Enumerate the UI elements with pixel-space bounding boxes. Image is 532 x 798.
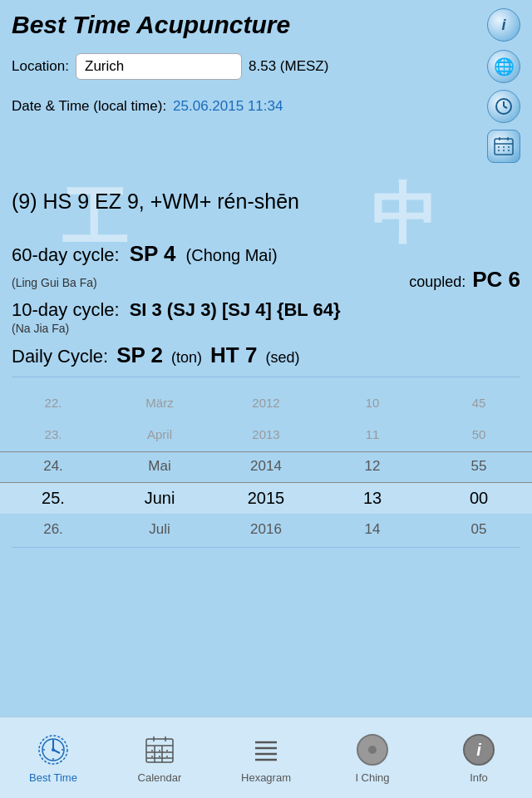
picker-item[interactable]: 2015 — [213, 482, 319, 514]
info-icon-top: i — [501, 17, 505, 34]
hexagram-icon-wrap — [248, 732, 284, 768]
location-label: Location: — [12, 58, 69, 75]
picker-item[interactable]: 2014 — [213, 451, 319, 482]
picker-item[interactable]: 15 — [319, 545, 426, 547]
picker-item[interactable]: 23. — [0, 419, 106, 451]
info-tab-icon: i — [463, 734, 495, 766]
svg-point-17 — [52, 748, 55, 751]
tab-info-label: Info — [470, 771, 488, 784]
picker-item[interactable]: 25. — [0, 482, 106, 514]
location-input[interactable] — [76, 53, 242, 80]
picker-col-minute[interactable]: 45505500051015 — [426, 387, 532, 547]
datetime-value: 25.06.2015 11:34 — [173, 98, 283, 115]
tab-best-time[interactable]: Best Time — [0, 717, 106, 798]
cycle-10-section: 10-day cycle: SI 3 (SJ 3) [SJ 4] {BL 64}… — [12, 299, 520, 336]
tab-info[interactable]: i Info — [426, 717, 532, 798]
cycle-10-row: 10-day cycle: SI 3 (SJ 3) [SJ 4] {BL 64} — [12, 299, 520, 321]
calendar-icon — [493, 135, 515, 157]
picker-divider-bottom — [12, 547, 520, 548]
picker-item[interactable]: Juni — [106, 482, 213, 514]
calendar-tab-icon — [144, 734, 175, 766]
calendar-button-row — [0, 126, 532, 166]
info-button-top[interactable]: i — [487, 8, 520, 42]
daily-point-1: SP 2 — [116, 342, 163, 368]
app-title: Best Time Acupuncture — [12, 11, 290, 39]
cycle-label-main: (9) HS 9 EZ 9, +WM+ rén-shēn — [12, 190, 299, 214]
picker-divider-top — [12, 377, 520, 377]
picker-item[interactable]: 2017 — [213, 545, 319, 547]
picker-item[interactable]: Mai — [106, 451, 213, 482]
clock-button[interactable] — [487, 90, 520, 123]
clock-icon — [494, 96, 514, 116]
cycle-10-points: SI 3 (SJ 3) [SJ 4] {BL 64} — [130, 299, 341, 321]
picker-item[interactable]: 26. — [0, 514, 106, 545]
picker-col-hour[interactable]: 10111213141516 — [319, 387, 426, 547]
i-ching-icon-wrap — [354, 732, 391, 768]
picker-col-month[interactable]: MärzAprilMaiJuniJuliAugustSeptember — [106, 387, 213, 547]
cycle-daily-row: Daily Cycle: SP 2 (ton) HT 7 (sed) — [12, 342, 520, 368]
picker-col-day[interactable]: 22.23.24.25.26.27.28. — [0, 387, 106, 547]
cycle-10-sub: (Na Jia Fa) — [12, 322, 69, 335]
info-icon-wrap: i — [461, 732, 497, 768]
picker-item[interactable]: 10 — [426, 545, 532, 547]
chinese-char-right: 中 — [371, 170, 437, 260]
picker-item[interactable]: 55 — [426, 451, 532, 482]
cycle-daily-section: Daily Cycle: SP 2 (ton) HT 7 (sed) — [12, 342, 520, 368]
best-time-icon — [37, 733, 70, 766]
picker-item[interactable]: 12 — [319, 451, 426, 482]
picker-col-year[interactable]: 2012201320142015201620172018 — [213, 387, 319, 547]
picker-item[interactable]: 2013 — [213, 419, 319, 451]
daily-qual-1: (ton) — [171, 349, 202, 367]
calendar-icon-wrap — [141, 732, 178, 768]
globe-button[interactable]: 🌐 — [487, 50, 520, 83]
picker-item[interactable]: 24. — [0, 451, 106, 482]
tab-bar: Best Time — [0, 717, 532, 798]
chinese-area: 工 中 (9) HS 9 EZ 9, +WM+ rén-shēn — [12, 166, 520, 249]
svg-line-2 — [504, 106, 507, 108]
picker-item[interactable]: 14 — [319, 514, 426, 545]
datetime-label: Date & Time (local time): — [12, 98, 166, 115]
tab-hexagram[interactable]: Hexagram — [213, 717, 319, 798]
picker-item[interactable]: 2016 — [213, 514, 319, 545]
coupled-label: coupled: — [409, 273, 466, 291]
tab-i-ching[interactable]: I Ching — [319, 717, 426, 798]
picker-columns: 22.23.24.25.26.27.28.MärzAprilMaiJuniJul… — [0, 387, 532, 547]
tab-i-ching-label: I Ching — [355, 771, 389, 784]
daily-qual-2: (sed) — [265, 349, 299, 367]
picker-item[interactable]: Juli — [106, 514, 213, 545]
hexagram-tab-icon — [250, 734, 282, 766]
picker-item[interactable]: 10 — [319, 387, 426, 419]
calendar-button[interactable] — [487, 130, 520, 163]
daily-point-2: HT 7 — [210, 342, 257, 368]
date-row: Date & Time (local time): 25.06.2015 11:… — [0, 86, 532, 126]
header: Best Time Acupuncture i — [0, 0, 532, 47]
picker-item[interactable]: 50 — [426, 419, 532, 451]
picker-item[interactable]: 45 — [426, 387, 532, 419]
coupled-point: PC 6 — [472, 267, 520, 293]
picker-item[interactable]: 00 — [426, 482, 532, 514]
picker-item[interactable]: 2012 — [213, 387, 319, 419]
cycle-10-title: 10-day cycle: — [12, 299, 120, 321]
picker-item[interactable]: April — [106, 419, 213, 451]
picker-item[interactable]: 22. — [0, 387, 106, 419]
picker-area[interactable]: 22.23.24.25.26.27.28.MärzAprilMaiJuniJul… — [0, 387, 532, 547]
picker-item[interactable]: August — [106, 545, 213, 547]
picker-item[interactable]: 05 — [426, 514, 532, 545]
tab-best-time-label: Best Time — [29, 771, 77, 784]
location-row: Location: 8.53 (MESZ) 🌐 — [0, 47, 532, 86]
coupled-row: coupled: PC 6 — [409, 267, 520, 293]
tab-hexagram-label: Hexagram — [241, 771, 291, 784]
picker-item[interactable]: 13 — [319, 482, 426, 514]
cycle-daily-title: Daily Cycle: — [12, 346, 108, 367]
tab-calendar[interactable]: Calendar — [106, 717, 213, 798]
timezone-text: 8.53 (MESZ) — [249, 58, 480, 75]
picker-item[interactable]: 11 — [319, 419, 426, 451]
globe-icon: 🌐 — [494, 57, 515, 76]
chinese-char-left: 工 — [62, 175, 128, 264]
picker-item[interactable]: 27. — [0, 545, 106, 547]
cycle-60-sub: (Ling Gui Ba Fa) — [12, 276, 97, 289]
picker-item[interactable]: März — [106, 387, 213, 419]
i-ching-coin-icon — [357, 734, 388, 766]
best-time-icon-wrap — [35, 732, 71, 768]
tab-calendar-label: Calendar — [138, 771, 182, 784]
